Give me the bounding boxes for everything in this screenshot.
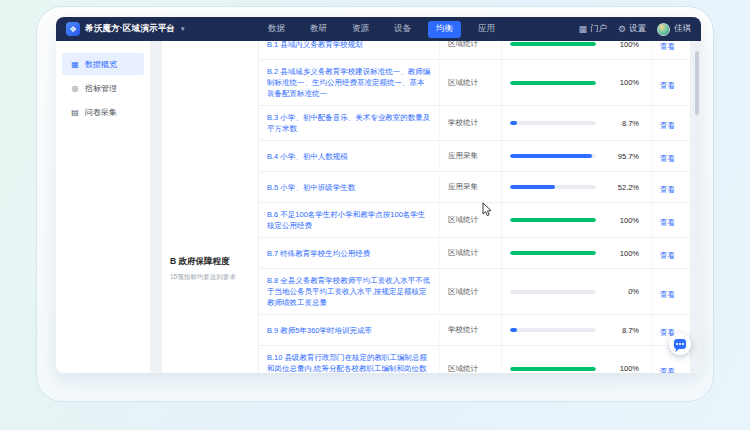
portal-button[interactable]: ▦ 门户	[578, 23, 607, 35]
indicator-link[interactable]: B.2 县域城乡义务教育学校建设标准统一、教师编制标准统一、生均公用经费基准定额…	[267, 66, 431, 99]
table-row: B.9 教师5年360学时培训完成率 学校统计 8.7% 查看	[259, 315, 690, 346]
app-window: ❖ 希沃魔方·区域演示平台 ▾ 数据 教研 资源 设备 均衡 应用	[56, 17, 701, 373]
view-link[interactable]: 查看	[660, 251, 675, 260]
view-link[interactable]: 查看	[660, 218, 675, 227]
sidebar-item[interactable]: ◎ 指标管理	[62, 77, 144, 99]
progress-bar	[510, 185, 596, 189]
indicator-table: B 政府保障程度 15项指标均要达到要求 B.1 县域内义务教育学校规划 区域统…	[161, 41, 691, 373]
app-title: 希沃魔方·区域演示平台	[85, 23, 175, 35]
progress-fill	[510, 185, 555, 189]
progress-cell: 100%	[502, 60, 652, 105]
table-row: B.6 不足100名学生村小学和教学点按100名学生核定公用经费 区域统计 10…	[259, 203, 690, 238]
progress-fill	[510, 251, 596, 255]
table-row: B.4 小学、初中人数规模 应用采集 95.7% 查看	[259, 141, 690, 172]
view-link[interactable]: 查看	[660, 42, 675, 51]
indicator-name-cell: B.9 教师5年360学时培训完成率	[259, 319, 440, 342]
progress-fill	[510, 42, 596, 46]
sidebar-item-icon: ◎	[70, 84, 80, 93]
indicator-name-cell: B.3 小学、初中配备音乐、美术专业教室的数量及平方米数	[259, 106, 440, 140]
progress-bar	[510, 121, 596, 125]
nav-item[interactable]: 数据	[260, 21, 293, 38]
indicator-name-cell: B.4 小学、初中人数规模	[259, 145, 440, 168]
progress-fill	[510, 154, 592, 158]
main-content: B 政府保障程度 15项指标均要达到要求 B.1 县域内义务教育学校规划 区域统…	[151, 41, 701, 373]
nav-item[interactable]: 资源	[344, 21, 377, 38]
progress-bar	[510, 328, 596, 332]
progress-bar	[510, 367, 596, 371]
view-link[interactable]: 查看	[660, 81, 675, 90]
progress-cell: 95.7%	[502, 141, 652, 171]
stat-type-label: 学校统计	[440, 106, 502, 140]
progress-bar	[510, 42, 596, 46]
table-row: B.3 小学、初中配备音乐、美术专业教室的数量及平方米数 学校统计 8.7% 查…	[259, 106, 690, 141]
indicator-name-cell: B.2 县域城乡义务教育学校建设标准统一、教师编制标准统一、生均公用经费基准定额…	[259, 60, 440, 105]
indicator-link[interactable]: B.6 不足100名学生村小学和教学点按100名学生核定公用经费	[267, 209, 431, 231]
indicator-name-cell: B.6 不足100名学生村小学和教学点按100名学生核定公用经费	[259, 203, 440, 237]
indicator-link[interactable]: B.7 特殊教育学校生均公用经费	[267, 248, 431, 259]
table-row: B.7 特殊教育学校生均公用经费 区域统计 100% 查看	[259, 238, 690, 269]
nav-item[interactable]: 应用	[470, 21, 503, 38]
view-link[interactable]: 查看	[660, 121, 675, 130]
indicator-link[interactable]: B.3 小学、初中配备音乐、美术专业教室的数量及平方米数	[267, 112, 431, 134]
progress-bar	[510, 81, 596, 85]
scrollbar-thumb[interactable]	[695, 51, 699, 115]
table-rows: B.1 县域内义务教育学校规划 区域统计 100% 查看	[259, 41, 690, 373]
progress-cell: 8.7%	[502, 315, 652, 345]
table-row: B.8 全县义务教育学校教师平均工资收入水平不低于当地公务员平均工资收入水平,按…	[259, 269, 690, 315]
indicator-link[interactable]: B.1 县域内义务教育学校规划	[267, 41, 431, 50]
indicator-link[interactable]: B.8 全县义务教育学校教师平均工资收入水平不低于当地公务员平均工资收入水平,按…	[267, 275, 431, 308]
stat-type-label: 区域统计	[440, 346, 502, 373]
view-cell: 查看	[652, 277, 690, 307]
indicator-name-cell: B.1 县域内义务教育学校规划	[259, 41, 440, 56]
portal-grid-icon: ▦	[578, 24, 587, 34]
progress-fill	[510, 218, 596, 222]
view-link[interactable]: 查看	[660, 185, 675, 194]
topbar-actions: ▦ 门户 ⚙ 设置 佳琪	[578, 23, 691, 36]
view-link[interactable]: 查看	[660, 154, 675, 163]
device-frame: ❖ 希沃魔方·区域演示平台 ▾ 数据 教研 资源 设备 均衡 应用	[36, 6, 714, 402]
indicator-link[interactable]: B.10 县级教育行政部门在核定的教职工编制总额和岗位总量内,统筹分配各校教职工…	[267, 352, 431, 373]
nav-item[interactable]: 均衡	[428, 21, 461, 38]
sidebar-item[interactable]: ▦ 数据概览	[62, 53, 144, 75]
progress-fill	[510, 121, 517, 125]
indicator-name-cell: B.8 全县义务教育学校教师平均工资收入水平不低于当地公务员平均工资收入水平,按…	[259, 269, 440, 314]
view-link[interactable]: 查看	[660, 290, 675, 299]
sidebar-item-label: 问卷采集	[85, 107, 117, 118]
scrollbar[interactable]	[695, 45, 699, 365]
progress-cell: 0%	[502, 269, 652, 314]
chat-support-button[interactable]	[669, 333, 691, 355]
view-cell: 查看	[652, 68, 690, 98]
stat-type-label: 应用采集	[440, 172, 502, 202]
settings-button[interactable]: ⚙ 设置	[618, 23, 646, 35]
progress-fill	[510, 328, 517, 332]
indicator-link[interactable]: B.9 教师5年360学时培训完成率	[267, 325, 431, 336]
indicator-link[interactable]: B.4 小学、初中人数规模	[267, 151, 431, 162]
sidebar-item[interactable]: ▤ 问卷采集	[62, 101, 144, 123]
progress-bar	[510, 251, 596, 255]
progress-cell: 100%	[502, 41, 652, 59]
progress-cell: 100%	[502, 346, 652, 373]
indicator-name-cell: B.7 特殊教育学校生均公用经费	[259, 242, 440, 265]
progress-bar	[510, 218, 596, 222]
table-row: B.1 县域内义务教育学校规划 区域统计 100% 查看	[259, 41, 690, 60]
category-name: B 政府保障程度	[170, 256, 250, 268]
nav-item[interactable]: 教研	[302, 21, 335, 38]
user-name: 佳琪	[674, 23, 691, 35]
progress-bar	[510, 154, 596, 158]
view-cell: 查看	[652, 354, 690, 374]
progress-percent: 100%	[596, 364, 643, 373]
view-cell: 查看	[652, 172, 690, 202]
settings-label: 设置	[629, 23, 646, 35]
table-row: B.5 小学、初中班级学生数 应用采集 52.2% 查看	[259, 172, 690, 203]
portal-label: 门户	[590, 23, 607, 35]
view-link[interactable]: 查看	[660, 367, 675, 374]
progress-cell: 8.7%	[502, 106, 652, 140]
nav-item[interactable]: 设备	[386, 21, 419, 38]
progress-percent: 8.7%	[596, 326, 643, 335]
sidebar-item-icon: ▦	[70, 60, 80, 69]
user-menu[interactable]: 佳琪	[657, 23, 691, 36]
table-row: B.10 县级教育行政部门在核定的教职工编制总额和岗位总量内,统筹分配各校教职工…	[259, 346, 690, 373]
sidebar-item-label: 指标管理	[85, 83, 117, 94]
indicator-link[interactable]: B.5 小学、初中班级学生数	[267, 182, 431, 193]
progress-percent: 8.7%	[596, 119, 643, 128]
